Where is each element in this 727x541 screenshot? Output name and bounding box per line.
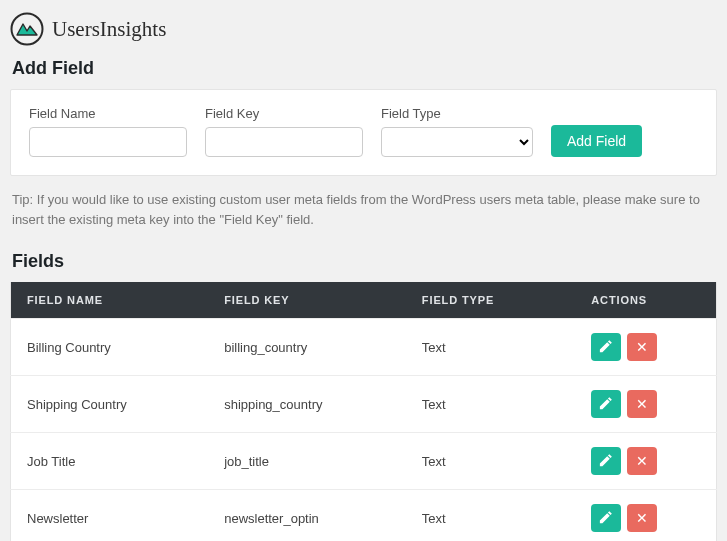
- pencil-icon: [599, 396, 613, 413]
- cell-field-key: job_title: [208, 433, 406, 490]
- close-icon: ✕: [636, 454, 648, 468]
- cell-field-key: billing_country: [208, 319, 406, 376]
- add-field-title: Add Field: [12, 58, 717, 79]
- field-key-group: Field Key: [205, 106, 363, 157]
- field-type-label: Field Type: [381, 106, 533, 121]
- field-type-select[interactable]: [381, 127, 533, 157]
- cell-actions: ✕: [575, 433, 716, 490]
- cell-field-type: Text: [406, 319, 575, 376]
- fields-table: FIELD NAME FIELD KEY FIELD TYPE ACTIONS …: [10, 282, 717, 541]
- cell-field-type: Text: [406, 490, 575, 542]
- edit-button[interactable]: [591, 447, 621, 475]
- delete-button[interactable]: ✕: [627, 333, 657, 361]
- field-key-label: Field Key: [205, 106, 363, 121]
- delete-button[interactable]: ✕: [627, 390, 657, 418]
- cell-actions: ✕: [575, 319, 716, 376]
- svg-point-0: [12, 14, 43, 45]
- table-row: Billing Countrybilling_countryText✕: [11, 319, 717, 376]
- fields-section: Fields FIELD NAME FIELD KEY FIELD TYPE A…: [10, 251, 717, 541]
- cell-actions: ✕: [575, 376, 716, 433]
- pencil-icon: [599, 510, 613, 527]
- edit-button[interactable]: [591, 504, 621, 532]
- field-name-input[interactable]: [29, 127, 187, 157]
- brand-logo-icon: [10, 12, 44, 46]
- cell-field-name: Shipping Country: [11, 376, 209, 433]
- field-name-group: Field Name: [29, 106, 187, 157]
- brand-name: UsersInsights: [52, 17, 166, 42]
- table-row: Newsletternewsletter_optinText✕: [11, 490, 717, 542]
- cell-field-name: Job Title: [11, 433, 209, 490]
- close-icon: ✕: [636, 511, 648, 525]
- pencil-icon: [599, 453, 613, 470]
- add-field-tip: Tip: If you would like to use existing c…: [12, 190, 715, 229]
- cell-field-key: shipping_country: [208, 376, 406, 433]
- delete-button[interactable]: ✕: [627, 504, 657, 532]
- edit-button[interactable]: [591, 333, 621, 361]
- field-name-label: Field Name: [29, 106, 187, 121]
- brand-header: UsersInsights: [10, 12, 717, 46]
- cell-field-name: Billing Country: [11, 319, 209, 376]
- table-row: Job Titlejob_titleText✕: [11, 433, 717, 490]
- add-field-form: Field Name Field Key Field Type Add Fiel…: [29, 106, 698, 157]
- add-field-card: Field Name Field Key Field Type Add Fiel…: [10, 89, 717, 176]
- field-type-group: Field Type: [381, 106, 533, 157]
- add-field-button[interactable]: Add Field: [551, 125, 642, 157]
- col-header-key: FIELD KEY: [208, 282, 406, 319]
- cell-field-type: Text: [406, 376, 575, 433]
- close-icon: ✕: [636, 340, 648, 354]
- col-header-actions: ACTIONS: [575, 282, 716, 319]
- delete-button[interactable]: ✕: [627, 447, 657, 475]
- pencil-icon: [599, 339, 613, 356]
- col-header-name: FIELD NAME: [11, 282, 209, 319]
- table-row: Shipping Countryshipping_countryText✕: [11, 376, 717, 433]
- cell-actions: ✕: [575, 490, 716, 542]
- close-icon: ✕: [636, 397, 648, 411]
- cell-field-key: newsletter_optin: [208, 490, 406, 542]
- col-header-type: FIELD TYPE: [406, 282, 575, 319]
- cell-field-name: Newsletter: [11, 490, 209, 542]
- field-key-input[interactable]: [205, 127, 363, 157]
- fields-title: Fields: [12, 251, 717, 272]
- edit-button[interactable]: [591, 390, 621, 418]
- cell-field-type: Text: [406, 433, 575, 490]
